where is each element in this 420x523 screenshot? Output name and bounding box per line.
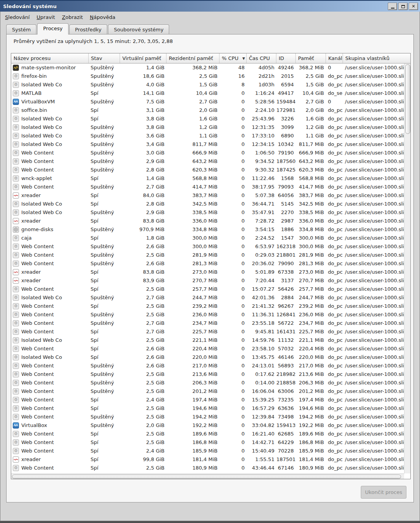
menu-zobrazit[interactable]: Zobrazit (58, 13, 86, 22)
cell-id: 2884 (276, 293, 296, 302)
process-row[interactable]: VirtualBoxVMSpuštěný7,5 GiB2,7 GiB05:28:… (11, 98, 404, 106)
process-row[interactable]: ⚙Web ContentSpuštěný2,7 GiB234,7 MiB023:… (11, 319, 404, 328)
cell-pamet: 2,0 GiB (296, 106, 326, 115)
process-row[interactable]: ⚙Web ContentSpí2,4 GiB185,9 MiB015:40.49… (11, 447, 404, 455)
end-process-button[interactable]: Ukončit proces (361, 486, 406, 499)
titlebar[interactable]: Sledování systému ✕ (0, 0, 420, 12)
col-pamet-header[interactable]: Paměť (296, 53, 326, 63)
col-cas-cpu-header[interactable]: Čas CPU (247, 53, 276, 63)
cell-skupina-vlastniku: /user.slice/user-1000.slic (343, 191, 404, 200)
close-button[interactable]: ✕ (409, 3, 418, 10)
cell-nazev-procesu: ⚙Web Content (11, 438, 89, 447)
cell-kanal: do_pc (326, 242, 343, 251)
menu-napoveda[interactable]: Nápověda (86, 13, 119, 22)
process-row[interactable]: ⚙Web ContentSpuštěný2,9 GiB643,2 MiB09:3… (11, 157, 404, 166)
tab-prostredky[interactable]: Prostředky (69, 24, 108, 34)
tab-souborove-systemy[interactable]: Souborové systémy (108, 24, 169, 34)
cell-nazev-procesu: ⚙Isolated Web Co (11, 336, 89, 345)
menu-upravit[interactable]: Upravit (33, 13, 58, 22)
horizontal-scrollbar[interactable] (11, 473, 404, 479)
cell-nazev-procesu: ⚙Isolated Web Co (11, 123, 89, 132)
process-row[interactable]: ⚙Web ContentSpí2,4 GiB197,4 MiB015:39.25… (11, 396, 404, 404)
process-row[interactable]: ⚙Isolated Web CoSpuštěný3,6 GiB1,1 GiB01… (11, 132, 404, 140)
cell-stav: Spuštěný (89, 319, 120, 328)
process-row[interactable]: ⚙Web ContentSpuštěný2,6 GiB300,0 MiB06:5… (11, 242, 404, 251)
process-row[interactable]: ⚙Web ContentSpuštěný2,5 GiB281,9 MiB00:2… (11, 251, 404, 259)
process-row[interactable]: ⚙Isolated Web CoSpí2,8 GiB342,5 MiB036:4… (11, 200, 404, 208)
menu-sledovani[interactable]: Sledování (2, 13, 33, 22)
minimize-button[interactable] (388, 3, 397, 10)
process-row[interactable]: ⚙Web ContentSpuštěný2,6 GiB217,0 MiB024:… (11, 362, 404, 370)
process-row[interactable]: ⚙Web ContentSpí2,6 GiB220,4 MiB023:58.10… (11, 345, 404, 353)
cell-stav: Spí (89, 447, 120, 455)
cell-cpu: 0 (219, 430, 247, 438)
col-rezidentni-pamet-header[interactable]: Rezidentní paměť (166, 53, 219, 63)
process-row[interactable]: ⚙Web ContentSpí2,5 GiB194,6 MiB016:57.29… (11, 404, 404, 413)
col-id-header[interactable]: ID (276, 53, 296, 63)
process-row[interactable]: ⚙Web ContentSpí2,5 GiB180,9 MiB043:46.44… (11, 464, 404, 472)
gear-icon: ⚙ (13, 329, 19, 335)
process-row[interactable]: ⚙Isolated Web CoSpuštěný2,7 GiB244,7 MiB… (11, 293, 404, 302)
cell-id: 161431 (276, 328, 296, 336)
process-row[interactable]: ⚙wnck-appletSpí1,4 GiB568,8 MiB011:22.46… (11, 174, 404, 183)
process-row[interactable]: ⚙Web ContentSpuštěný2,5 GiB236,0 MiB011:… (11, 310, 404, 319)
process-row[interactable]: xreaderSpí83,8 GiB336,0 MiB07:28.7229873… (11, 217, 404, 225)
process-row[interactable]: ⚙Web ContentSpuštěný2,5 GiB206,3 MiB00:1… (11, 379, 404, 387)
process-row[interactable]: xreaderSpí83,9 GiB270,7 MiB07:20.4431372… (11, 276, 404, 285)
process-name: wnck-applet (21, 174, 52, 183)
tab-system[interactable]: Systém (6, 24, 36, 34)
col-kanal-header[interactable]: Kanál (326, 53, 343, 63)
process-name: Web Content (21, 345, 54, 353)
process-row[interactable]: ⚙Web ContentSpuštěný2,7 GiB414,7 MiB038:… (11, 183, 404, 191)
process-row[interactable]: ⚙Web ContentSpí2,5 GiB239,2 MiB021:41.32… (11, 302, 404, 310)
col-cpu-header[interactable]: % CPU▼ (219, 53, 247, 63)
process-row[interactable]: mate-system-monitorSpuštěný1,4 GiB368,2 … (11, 63, 404, 72)
process-row[interactable]: xreaderSpí84,0 GiB383,7 MiB05:07.3864056… (11, 191, 404, 200)
gear-icon: ⚙ (13, 107, 19, 113)
cell-skupina-vlastniku: /user.slice/user-1000.slic (343, 464, 404, 472)
process-row[interactable]: ⚙Web ContentSpí2,5 GiB189,6 MiB016:21.40… (11, 430, 404, 438)
process-row[interactable]: VirtualBoxSpuštěný2,0 GiB192,2 MiB033:04… (11, 421, 404, 430)
process-row[interactable]: ⚙Web ContentSpuštěný2,5 GiB213,6 MiB00:1… (11, 370, 404, 379)
tab-procesy[interactable]: Procesy (37, 23, 68, 34)
cell-nazev-procesu: xreader (11, 217, 89, 225)
process-row[interactable]: ⚙Web ContentSpuštěný2,5 GiB194,2 MiB012:… (11, 413, 404, 421)
process-row[interactable]: ⚙Web ContentSpí2,5 GiB186,8 MiB014:42.71… (11, 438, 404, 447)
process-row[interactable]: ⚙Isolated Web CoSpuštěný3,4 GiB811,7 MiB… (11, 140, 404, 149)
process-row[interactable]: ⚙Web ContentSpuštěný2,6 GiB281,3 MiB020:… (11, 259, 404, 268)
maximize-button[interactable] (398, 3, 408, 10)
col-stav-header[interactable]: Stav (89, 53, 120, 63)
vertical-scrollbar[interactable] (404, 63, 410, 473)
process-row[interactable]: xreaderSpí99,8 GiB181,4 MiB01:55.5118750… (11, 455, 404, 464)
process-row[interactable]: ⚙cajaSpí1,8 GiB300,0 MiB02:24.521547300,… (11, 234, 404, 242)
cell-kanal: do_pc (326, 345, 343, 353)
process-row[interactable]: ⚙Web ContentSpí2,7 GiB225,7 MiB09:45.811… (11, 328, 404, 336)
process-row[interactable]: ⚙MATLABSpí14,1 GiB10,4 GiB01:16:24494171… (11, 89, 404, 98)
process-row[interactable]: ⚙Web ContentSpí2,5 GiB257,7 MiB015:07.27… (11, 285, 404, 293)
col-virtualni-pamet-header[interactable]: Virtuální paměť (120, 53, 166, 63)
cell-cpu: 0 (219, 447, 247, 455)
cell-cpu: 0 (219, 285, 247, 293)
process-row[interactable]: ⚙firefox-binSpuštěný18,6 GiB2,5 GiB162d2… (11, 72, 404, 81)
cell-rezidentni-pamet: 2,5 GiB (166, 72, 219, 81)
process-row[interactable]: xreaderSpí83,8 GiB273,0 MiB05:01.8967338… (11, 268, 404, 276)
vertical-scrollbar-thumb[interactable] (405, 64, 410, 134)
process-row[interactable]: ⚙Web ContentSpuštěný2,8 GiB620,3 MiB09:3… (11, 166, 404, 174)
horizontal-scrollbar-thumb[interactable] (12, 475, 401, 479)
process-row[interactable]: ⚙Web ContentSpuštěný3,0 GiB666,9 MiB01:0… (11, 149, 404, 157)
process-row[interactable]: ⚙Isolated Web CoSpuštěný3,8 GiB1,2 GiB01… (11, 123, 404, 132)
process-row[interactable]: ⚙Isolated Web CoSpí2,5 GiB221,1 MiB014:5… (11, 336, 404, 345)
process-row[interactable]: ⚙Isolated Web CoSpuštěný4,0 GiB1,5 GiB81… (11, 81, 404, 89)
process-row[interactable]: ⚙soffice.binSpí3,1 GiB2,0 GiB02:24.10172… (11, 106, 404, 115)
process-row[interactable]: ⚙Isolated Web CoSpí3,8 GiB1,6 GiB025:43.… (11, 115, 404, 123)
col-skupina-vlastniku-header[interactable]: Skupina vlastníků (343, 53, 410, 63)
cell-kanal: do_pc (326, 404, 343, 413)
cell-rezidentni-pamet: 643,2 MiB (166, 157, 219, 166)
process-row[interactable]: ⚙Isolated Web CoSpí2,6 GiB220,0 MiB013:4… (11, 353, 404, 362)
process-row[interactable]: ⚙Isolated Web CoSpuštěný2,9 GiB338,5 MiB… (11, 208, 404, 217)
process-row[interactable]: ⚙Web ContentSpuštěný2,5 GiB201,2 MiB016:… (11, 387, 404, 396)
col-nazev-procesu-header[interactable]: Název procesu (11, 53, 89, 63)
cell-id: 62685 (276, 430, 296, 438)
process-row[interactable]: gnome-disksSpuštěný970,9 MiB334,8 MiB03:… (11, 225, 404, 234)
cell-stav: Spí (89, 353, 120, 362)
